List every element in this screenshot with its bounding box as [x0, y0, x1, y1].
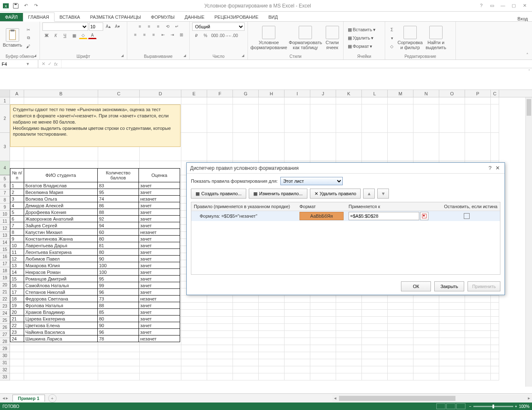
- cell[interactable]: [388, 104, 413, 133]
- table-cell[interactable]: Некрасов Роман: [24, 269, 98, 276]
- new-rule-button[interactable]: ▦Создать правило...: [191, 189, 246, 199]
- dialog-close-icon[interactable]: ✕: [494, 165, 501, 171]
- cell[interactable]: [310, 345, 336, 352]
- sheet-nav-first-icon[interactable]: ◂: [2, 395, 5, 401]
- cell[interactable]: [24, 345, 98, 352]
- table-cell[interactable]: 83: [98, 182, 139, 189]
- cell[interactable]: [388, 345, 413, 352]
- cell[interactable]: [388, 331, 413, 338]
- cell[interactable]: [233, 104, 259, 133]
- cell[interactable]: [310, 352, 336, 359]
- brush-icon[interactable]: 🖌: [24, 42, 32, 50]
- cell[interactable]: [336, 104, 362, 133]
- row-header[interactable]: 18: [0, 267, 10, 274]
- maximize-icon[interactable]: ▢: [510, 3, 518, 8]
- cell[interactable]: [285, 359, 310, 366]
- cell[interactable]: [491, 324, 499, 331]
- table-cell[interactable]: 94: [98, 222, 139, 229]
- cell[interactable]: [388, 366, 413, 373]
- cell[interactable]: [207, 331, 233, 338]
- table-cell[interactable]: Леонтьева Екатерина: [24, 249, 98, 256]
- cell[interactable]: [285, 317, 310, 324]
- table-cell[interactable]: зачет: [139, 216, 180, 222]
- table-cell[interactable]: Самойлова Наталья: [24, 282, 98, 289]
- cell[interactable]: [285, 296, 310, 303]
- cell[interactable]: [465, 97, 491, 104]
- rule-up-button[interactable]: ▲: [363, 189, 375, 199]
- cell[interactable]: [388, 296, 413, 303]
- table-cell[interactable]: незачет: [139, 335, 180, 342]
- cell[interactable]: [310, 104, 336, 133]
- column-header[interactable]: H: [259, 90, 285, 97]
- cell[interactable]: [181, 97, 207, 104]
- column-header[interactable]: M: [388, 90, 413, 97]
- table-cell[interactable]: зачет: [139, 256, 180, 262]
- table-cell[interactable]: 60: [98, 229, 139, 236]
- close-button[interactable]: Закрыть: [434, 281, 464, 291]
- table-cell[interactable]: 88: [98, 209, 139, 216]
- showfor-select[interactable]: Этот лист: [280, 177, 343, 185]
- table-cell[interactable]: зачет: [139, 236, 180, 242]
- clear-icon[interactable]: ◇: [388, 42, 396, 50]
- table-cell[interactable]: Чайкина Василиса: [24, 329, 98, 335]
- cell[interactable]: [207, 324, 233, 331]
- row-header[interactable]: 14: [0, 239, 10, 246]
- enter-fx-icon[interactable]: ✓: [48, 61, 52, 67]
- row-header[interactable]: 33: [0, 373, 10, 380]
- indent-inc-icon[interactable]: ⇥: [168, 31, 176, 38]
- cell[interactable]: [439, 338, 465, 345]
- select-all-button[interactable]: [0, 90, 10, 97]
- cell[interactable]: [181, 133, 207, 161]
- close-icon[interactable]: ✕: [520, 3, 529, 8]
- table-cell[interactable]: 8: [10, 229, 24, 236]
- cell[interactable]: [362, 317, 388, 324]
- cell[interactable]: [285, 310, 310, 317]
- column-header[interactable]: A: [10, 90, 24, 97]
- cell[interactable]: [233, 303, 259, 310]
- cell[interactable]: [439, 303, 465, 310]
- cell[interactable]: [413, 317, 439, 324]
- cell[interactable]: [439, 310, 465, 317]
- table-cell[interactable]: Лаврентьева Дарья: [24, 242, 98, 249]
- cell[interactable]: [181, 310, 207, 317]
- cell[interactable]: [413, 352, 439, 359]
- cell[interactable]: [140, 345, 181, 352]
- row-header[interactable]: 28: [0, 338, 10, 345]
- cell[interactable]: [24, 366, 98, 373]
- cell[interactable]: [285, 303, 310, 310]
- cell[interactable]: [413, 373, 439, 380]
- cell[interactable]: [336, 373, 362, 380]
- column-header[interactable]: F: [207, 90, 233, 97]
- cell[interactable]: [362, 338, 388, 345]
- row-header[interactable]: 10: [0, 211, 10, 218]
- cell[interactable]: [233, 317, 259, 324]
- table-cell[interactable]: зачет: [139, 249, 180, 256]
- view-page-layout-icon[interactable]: [446, 403, 455, 409]
- conditional-formatting-button[interactable]: Условное форматирование: [250, 24, 287, 52]
- cell[interactable]: [491, 331, 499, 338]
- cell[interactable]: [181, 317, 207, 324]
- cell[interactable]: [98, 373, 140, 380]
- cell[interactable]: [259, 373, 285, 380]
- cell[interactable]: [310, 373, 336, 380]
- sheet-tab-active[interactable]: Пример 1: [12, 395, 45, 402]
- table-cell[interactable]: 95: [98, 189, 139, 196]
- cell[interactable]: [285, 373, 310, 380]
- cell[interactable]: [259, 296, 285, 303]
- row-header[interactable]: 11: [0, 218, 10, 225]
- cell[interactable]: [24, 359, 98, 366]
- cell[interactable]: [465, 338, 491, 345]
- table-cell[interactable]: 1: [10, 182, 24, 189]
- cancel-fx-icon[interactable]: ✕: [42, 61, 45, 67]
- cell[interactable]: [439, 324, 465, 331]
- cell[interactable]: [439, 345, 465, 352]
- cell[interactable]: [98, 359, 140, 366]
- table-cell[interactable]: 12: [10, 256, 24, 262]
- table-cell[interactable]: 13: [10, 262, 24, 269]
- cell[interactable]: [310, 324, 336, 331]
- table-cell[interactable]: зачет: [139, 209, 180, 216]
- cell[interactable]: [98, 366, 140, 373]
- cell[interactable]: [413, 296, 439, 303]
- format-cells-button[interactable]: ▦ Формат ▾: [346, 42, 377, 50]
- collapse-ribbon-icon[interactable]: ˄: [526, 52, 529, 58]
